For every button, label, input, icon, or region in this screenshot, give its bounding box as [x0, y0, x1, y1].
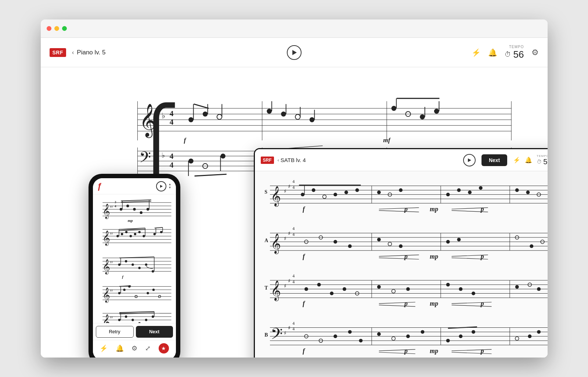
minimize-button[interactable]: [54, 26, 59, 31]
svg-point-205: [528, 334, 531, 338]
retry-button[interactable]: Retry: [96, 326, 134, 338]
svg-point-260: [138, 267, 140, 269]
svg-text:4: 4: [292, 179, 295, 184]
svg-line-297: [119, 312, 154, 313]
svg-line-159: [451, 302, 491, 304]
phone-wand-icon[interactable]: ⚡: [100, 344, 108, 352]
svg-point-127: [388, 242, 392, 246]
phone-settings-icon[interactable]: ⚙: [131, 344, 137, 352]
desktop-window: SRF ‹ Piano lv. 5 ⚡ 🔔 TEMPO ⏱ 56 ⚙: [41, 19, 548, 358]
settings-icon[interactable]: ⚙: [531, 48, 539, 57]
svg-point-90: [377, 191, 380, 194]
svg-text:𝄢: 𝄢: [270, 325, 282, 346]
svg-point-128: [399, 244, 403, 248]
tablet-tempo-label: TEMPO: [537, 154, 547, 158]
svg-point-95: [468, 191, 472, 194]
svg-text:f: f: [303, 205, 306, 213]
app-header: SRF ‹ Piano lv. 5 ⚡ 🔔 TEMPO ⏱ 56 ⚙: [41, 38, 548, 67]
svg-line-194: [379, 352, 415, 354]
svg-text:♯: ♯: [284, 283, 286, 289]
svg-line-123: [379, 258, 419, 259]
svg-text:mp: mp: [430, 300, 438, 307]
satb-sheet-music: S 𝄞 ♯ ♯ 4 4: [262, 175, 548, 358]
tablet-header-right: ⚡ 🔔 TEMPO ⏱ 56: [513, 154, 547, 166]
srf-logo: SRF: [50, 48, 66, 57]
svg-point-203: [472, 330, 475, 334]
phone-stepper-up-icon[interactable]: ▲: [169, 183, 172, 186]
svg-text:𝄞: 𝄞: [270, 280, 281, 301]
svg-text:♯♯: ♯♯: [110, 261, 113, 264]
svg-text:4: 4: [292, 185, 295, 190]
tablet-back-button[interactable]: ‹ SATB lv. 4: [278, 157, 306, 163]
svg-point-31: [391, 106, 396, 111]
svg-point-56: [220, 154, 226, 159]
svg-text:♯: ♯: [284, 330, 286, 336]
treble-staff: 𝄞 ♭ 4 4 f: [137, 98, 511, 155]
svg-point-279: [152, 288, 154, 291]
svg-text:mp: mp: [430, 205, 438, 213]
svg-text:A: A: [264, 238, 268, 243]
phone-expand-icon[interactable]: ⤢: [145, 344, 151, 352]
play-button[interactable]: [287, 45, 302, 60]
svg-point-234: [116, 235, 119, 237]
phone-stepper[interactable]: ▲ ▼: [169, 183, 172, 189]
svg-point-217: [119, 208, 122, 211]
tablet-next-button[interactable]: Next: [481, 154, 507, 166]
svg-line-158: [379, 305, 415, 306]
svg-text:𝄞: 𝄞: [102, 314, 110, 323]
svg-point-291: [118, 319, 120, 321]
svg-point-184: [348, 330, 351, 334]
svg-text:f: f: [303, 347, 306, 355]
svg-text:mp: mp: [430, 253, 438, 260]
music-area: 𝄞 ♭ 4 4 f: [41, 67, 548, 358]
svg-point-218: [126, 205, 129, 207]
phone-metronome-icon[interactable]: 🔔: [116, 344, 124, 352]
svg-text:⎧: ⎧: [132, 102, 180, 179]
svg-point-240: [143, 235, 145, 237]
svg-line-193: [379, 349, 415, 351]
close-button[interactable]: [47, 26, 51, 31]
tablet-metronome-icon[interactable]: 🔔: [525, 157, 532, 164]
svg-line-160: [451, 305, 491, 306]
phone-star-button[interactable]: ★: [159, 343, 169, 353]
phone-stepper-down-icon[interactable]: ▼: [169, 186, 172, 189]
svg-text:♯♯: ♯♯: [110, 316, 113, 319]
wand-icon[interactable]: ⚡: [472, 48, 481, 57]
svg-line-247: [154, 227, 162, 228]
svg-point-17: [217, 114, 222, 119]
tablet-wand-icon[interactable]: ⚡: [513, 157, 520, 164]
phone-play-icon: [160, 185, 163, 188]
svg-point-164: [446, 283, 450, 287]
svg-point-163: [406, 287, 410, 291]
svg-point-167: [515, 285, 519, 289]
tablet-play-icon: [468, 158, 471, 162]
svg-text:mp: mp: [430, 347, 438, 355]
svg-line-223: [121, 201, 151, 202]
next-button[interactable]: Next: [136, 326, 173, 338]
svg-text:4: 4: [292, 232, 295, 237]
tablet-music-area: S 𝄞 ♯ ♯ 4 4: [255, 171, 548, 358]
svg-point-145: [304, 287, 308, 291]
svg-point-235: [121, 233, 123, 235]
svg-text:B: B: [264, 332, 268, 338]
svg-text:4: 4: [115, 205, 116, 208]
svg-text:4: 4: [292, 326, 295, 331]
svg-text:mp: mp: [127, 218, 133, 223]
svg-text:𝄞: 𝄞: [102, 204, 110, 219]
phone-play-button[interactable]: [156, 181, 166, 191]
svg-point-200: [421, 330, 424, 334]
svg-line-241: [119, 228, 145, 230]
svg-point-94: [457, 188, 461, 192]
svg-point-237: [129, 235, 131, 237]
svg-text:♯: ♯: [284, 236, 286, 241]
maximize-button[interactable]: [62, 26, 67, 31]
tablet-play-button[interactable]: [463, 154, 476, 166]
metronome-icon[interactable]: 🔔: [488, 48, 497, 57]
svg-text:♯♯: ♯♯: [110, 289, 113, 292]
phone-icon-bar: ⚡ 🔔 ⚙ ⤢ ★: [93, 340, 176, 356]
svg-text:𝄞: 𝄞: [102, 230, 110, 246]
lesson-title: Piano lv. 5: [77, 49, 105, 56]
back-button[interactable]: ‹ Piano lv. 5: [72, 49, 105, 56]
svg-point-197: [377, 332, 380, 336]
tablet-lesson-title: SATB lv. 4: [281, 157, 306, 163]
